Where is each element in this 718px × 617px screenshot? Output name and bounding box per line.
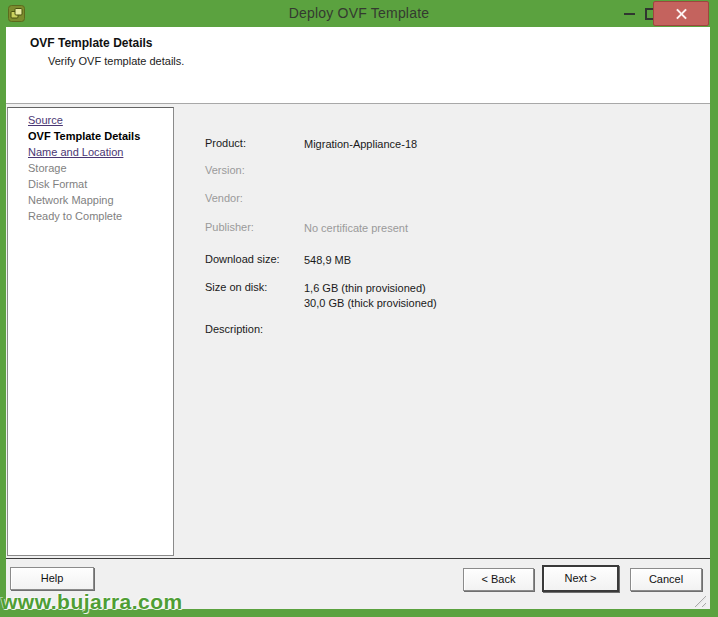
page-subtitle: Verify OVF template details. (48, 55, 184, 67)
back-button[interactable]: < Back (463, 568, 534, 591)
vendor-label: Vendor: (205, 192, 243, 204)
help-button[interactable]: Help (10, 567, 94, 590)
download-size-label: Download size: (205, 253, 280, 265)
product-label: Product: (205, 137, 246, 149)
wizard-steps-sidebar: Source OVF Template Details Name and Loc… (7, 107, 174, 556)
close-button[interactable] (653, 1, 709, 26)
watermark: www.bujarra.com (1, 590, 183, 614)
window-title: Deploy OVF Template (0, 0, 718, 27)
sidebar-item-network-mapping: Network Mapping (28, 192, 173, 208)
deploy-ovf-dialog: OVF Template Details Verify OVF template… (6, 27, 710, 609)
sidebar-item-disk-format: Disk Format (28, 176, 173, 192)
version-label: Version: (205, 164, 245, 176)
page-title: OVF Template Details (30, 36, 152, 50)
publisher-label: Publisher: (205, 221, 254, 233)
sidebar-item-source[interactable]: Source (28, 112, 173, 128)
resize-grip-icon[interactable] (691, 592, 706, 607)
sidebar-item-storage: Storage (28, 160, 173, 176)
size-on-disk-value-thick: 30,0 GB (thick provisioned) (304, 296, 437, 311)
next-button[interactable]: Next > (542, 565, 619, 592)
window-titlebar: Deploy OVF Template (0, 0, 718, 27)
size-on-disk-label: Size on disk: (205, 281, 267, 293)
download-size-value: 548,9 MB (304, 253, 351, 268)
close-icon (676, 8, 687, 19)
sidebar-item-name-and-location[interactable]: Name and Location (28, 144, 173, 160)
cancel-button[interactable]: Cancel (630, 568, 702, 591)
publisher-value: No certificate present (304, 221, 408, 236)
size-on-disk-value-thin: 1,6 GB (thin provisioned) (304, 281, 426, 296)
minimize-button[interactable] (624, 13, 635, 15)
product-value: Migration-Appliance-18 (304, 137, 417, 152)
sidebar-item-ready-to-complete: Ready to Complete (28, 208, 173, 224)
description-label: Description: (205, 323, 263, 335)
sidebar-item-ovf-template-details: OVF Template Details (28, 128, 173, 144)
